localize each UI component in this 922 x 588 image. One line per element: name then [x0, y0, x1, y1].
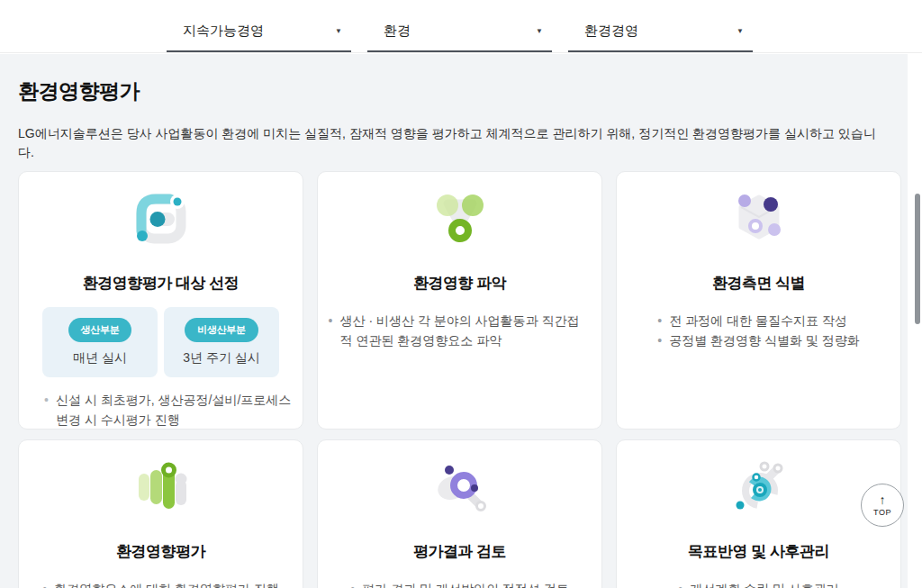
arrow-up-icon: ↑: [880, 493, 886, 506]
bullet-item: 신설 시 최초평가, 생산공정/설비/프로세스 변경 시 수시평가 진행: [44, 390, 298, 430]
chevron-down-icon: ▼: [737, 27, 744, 35]
non-production-box: 비생산부분 3년 주기 실시: [164, 307, 279, 377]
dropdown-environment-value: 환경: [384, 23, 411, 40]
bar-growth-icon: [132, 458, 190, 516]
dropdown-env-management-value: 환경경영: [584, 23, 638, 40]
bullet-item: 공정별 환경영향 식별화 및 정량화: [657, 330, 860, 350]
card-title: 환경영향평가 대상 선정: [19, 273, 303, 294]
page-title: 환경영향평가: [18, 77, 140, 105]
vertical-scrollbar-thumb[interactable]: [915, 194, 920, 324]
card-bullet-list: 신설 시 최초평가, 생산공정/설비/프로세스 변경 시 수시평가 진행: [44, 390, 298, 430]
bullet-item: 개선계획 수립 및 사후관리: [678, 579, 839, 588]
card-title: 평가결과 검토: [318, 541, 601, 562]
card-title: 목표반영 및 사후관리: [617, 541, 900, 562]
card-bullet-list: 평가 결과 및 개선방안의 적정성 검토: [350, 579, 568, 588]
card-result-review: 평가결과 검토 평가 결과 및 개선방안의 적정성 검토: [317, 439, 602, 588]
dropdown-sustainability-value: 지속가능경영: [183, 23, 264, 40]
cube-aspects-icon: [730, 190, 788, 248]
main-content: 환경영향평가 LG에너지솔루션은 당사 사업활동이 환경에 미치는 실질적, 잠…: [0, 54, 908, 588]
bullet-item: 생산 · 비생산 각 분야의 사업활동과 직간접적 연관된 환경영향요소 파악: [329, 311, 592, 351]
dropdown-environment[interactable]: 환경 ▼: [367, 16, 552, 52]
card-impact-identification: 환경영향 파악 생산 · 비생산 각 분야의 사업활동과 직간접적 연관된 환경…: [317, 171, 602, 430]
card-aspect-identification: 환경측면 식별 전 과정에 대한 물질수지표 작성 공정별 환경영향 식별화 및…: [616, 171, 901, 430]
card-bullet-list: 환경영향요소에 대한 환경영향평가 진행: [42, 579, 279, 588]
branch-leaves-icon: [431, 190, 489, 248]
chevron-down-icon: ▼: [335, 27, 342, 35]
card-bullet-list: 전 과정에 대한 물질수지표 작성 공정별 환경영향 식별화 및 정량화: [657, 311, 860, 351]
production-badge: 생산부분: [68, 318, 132, 342]
scroll-to-top-button[interactable]: ↑ TOP: [861, 484, 904, 527]
card-title: 환경측면 식별: [617, 273, 900, 294]
header: 지속가능경영 ▼ 환경 ▼ 환경경영 ▼: [0, 0, 922, 53]
card-title: 환경영향 파악: [318, 273, 601, 294]
bullet-item: 평가 결과 및 개선방안의 적정성 검토: [350, 579, 568, 588]
top-button-label: TOP: [873, 508, 891, 517]
card-title: 환경영향평가: [19, 541, 303, 562]
production-frequency: 매년 실시: [73, 350, 127, 366]
card-target-selection: 환경영향평가 대상 선정 생산부분 매년 실시 비생산부분 3년 주기 실시 신…: [18, 171, 303, 430]
frequency-boxes: 생산부분 매년 실시 비생산부분 3년 주기 실시: [19, 307, 303, 377]
production-box: 생산부분 매년 실시: [42, 307, 158, 377]
dropdown-env-management[interactable]: 환경경영 ▼: [568, 16, 753, 52]
bullet-item: 전 과정에 대한 물질수지표 작성: [657, 311, 860, 330]
chevron-down-icon: ▼: [536, 27, 543, 35]
bullet-item: 환경영향요소에 대한 환경영향평가 진행: [42, 579, 279, 588]
non-production-frequency: 3년 주기 실시: [183, 350, 260, 366]
magnifier-icon: [431, 458, 489, 516]
page-description: LG에너지솔루션은 당사 사업활동이 환경에 미치는 실질적, 잠재적 영향을 …: [18, 124, 882, 162]
non-production-badge: 비생산부분: [185, 318, 258, 342]
card-follow-up: 목표반영 및 사후관리 개선계획 수립 및 사후관리: [616, 439, 901, 588]
card-impact-assessment: 환경영향평가 환경영향요소에 대한 환경영향평가 진행: [18, 439, 303, 588]
card-bullet-list: 생산 · 비생산 각 분야의 사업활동과 직간접적 연관된 환경영향요소 파악: [329, 311, 592, 351]
card-bullet-list: 개선계획 수립 및 사후관리: [678, 579, 839, 588]
target-arrow-icon: [730, 458, 788, 516]
frame-target-icon: [132, 190, 190, 248]
process-cards-grid: 환경영향평가 대상 선정 생산부분 매년 실시 비생산부분 3년 주기 실시 신…: [18, 171, 901, 588]
dropdown-sustainability[interactable]: 지속가능경영 ▼: [167, 16, 351, 52]
